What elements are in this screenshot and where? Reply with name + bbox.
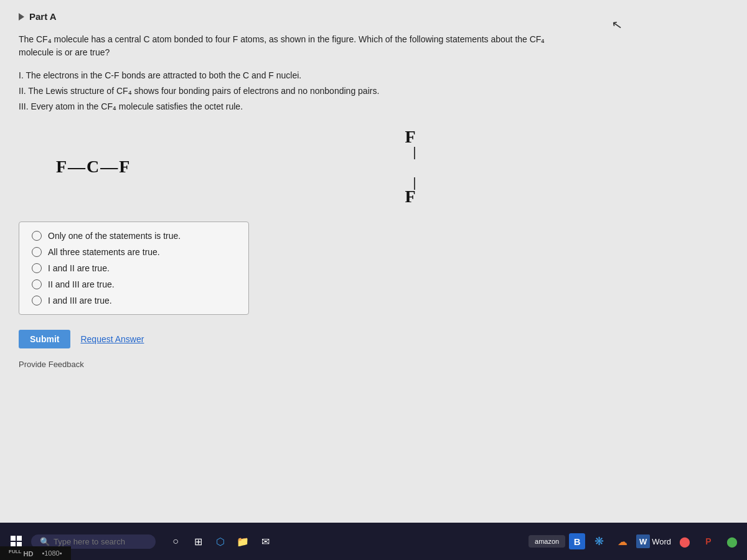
resolution-badges: FULL HD •1080• — [0, 546, 71, 560]
taskbar-folder-icon[interactable]: 📁 — [233, 531, 253, 551]
answer-options-box: Only one of the statements is true. All … — [19, 222, 249, 315]
onedrive-icon[interactable]: ☁ — [613, 531, 632, 551]
mol-top-bond: | — [102, 146, 728, 157]
option-i-and-ii[interactable]: I and II are true. — [32, 263, 236, 273]
question-text: The CF₄ molecule has a central C atom bo… — [19, 33, 579, 59]
resolution-label: 1080 — [44, 549, 59, 557]
dropbox-icon[interactable]: ❋ — [589, 531, 609, 551]
amazon-icon: amazon — [535, 538, 559, 545]
windows-icon — [11, 536, 22, 547]
option-ii-and-iii-label: II and III are true. — [48, 279, 115, 289]
main-content: ↖ Part A The CF₄ molecule has a central … — [0, 0, 747, 523]
button-row: Submit Request Answer — [19, 330, 728, 348]
radio-ii-and-iii[interactable] — [32, 279, 42, 289]
molecule-diagram: F | F—C—F | F — [56, 128, 728, 207]
taskbar-mail-icon[interactable]: ✉ — [255, 531, 275, 551]
radio-i-and-ii[interactable] — [32, 263, 42, 273]
mol-bottom-bond: | — [102, 177, 728, 188]
provide-feedback-link[interactable]: Provide Feedback — [19, 360, 728, 369]
option-only-one[interactable]: Only one of the statements is true. — [32, 231, 236, 241]
submit-button[interactable]: Submit — [19, 330, 70, 348]
taskbar-right-area: amazon B ❋ ☁ W Word ⬤ P ⬤ — [529, 531, 742, 551]
provide-feedback-label: Provide Feedback — [19, 360, 84, 369]
word-w-icon: W — [636, 534, 650, 548]
option-i-and-iii-label: I and III are true. — [48, 296, 112, 306]
radio-all-three[interactable] — [32, 247, 42, 257]
request-answer-button[interactable]: Request Answer — [80, 334, 144, 344]
part-header: Part A — [19, 11, 728, 22]
mol-top-f: F — [93, 128, 728, 147]
taskbar-edge-icon[interactable]: ⬡ — [210, 531, 230, 551]
taskbar-center-icons: ○ ⊞ ⬡ 📁 ✉ — [166, 531, 275, 551]
option-all-three[interactable]: All three statements are true. — [32, 247, 236, 257]
statement-1: I. The electrons in the C-F bonds are at… — [19, 68, 486, 83]
option-i-and-iii[interactable]: I and III are true. — [32, 296, 236, 306]
radio-i-and-iii[interactable] — [32, 296, 42, 306]
recording-icon[interactable]: ⬤ — [675, 531, 695, 551]
option-i-and-ii-label: I and II are true. — [48, 263, 110, 273]
mol-middle-row: F—C—F — [56, 157, 728, 177]
option-only-one-label: Only one of the statements is true. — [48, 231, 181, 241]
taskbar: 🔍 ○ ⊞ ⬡ 📁 ✉ amazon B ❋ ☁ W Word ⬤ P ⬤ — [0, 523, 747, 560]
part-title: Part A — [29, 11, 57, 22]
word-app[interactable]: W Word — [636, 534, 671, 548]
option-ii-and-iii[interactable]: II and III are true. — [32, 279, 236, 289]
word-label: Word — [652, 537, 671, 546]
mol-bottom-f: F — [93, 187, 728, 207]
resolution-badge: •1080• — [38, 548, 65, 558]
taskbar-windows-icon[interactable]: ⊞ — [188, 531, 208, 551]
hd-label: HD — [24, 550, 34, 558]
statement-2: II. The Lewis structure of CF₄ shows fou… — [19, 83, 486, 99]
taskbar-circle-icon[interactable]: ○ — [166, 531, 186, 551]
chrome-icon[interactable]: ⬤ — [722, 531, 742, 551]
statement-3: III. Every atom in the CF₄ molecule sati… — [19, 99, 486, 114]
b-app-icon[interactable]: B — [569, 533, 585, 549]
search-icon: 🔍 — [40, 537, 50, 546]
radio-only-one[interactable] — [32, 231, 42, 241]
powerpoint-icon[interactable]: P — [698, 531, 718, 551]
question-body: The CF₄ molecule has a central C atom bo… — [19, 34, 545, 57]
search-input[interactable] — [54, 537, 141, 546]
statements-list: I. The electrons in the C-F bonds are at… — [19, 68, 486, 115]
hd-badge: FULL HD — [5, 548, 37, 559]
collapse-icon[interactable] — [19, 13, 24, 21]
amazon-app[interactable]: amazon — [529, 535, 565, 548]
option-all-three-label: All three statements are true. — [48, 247, 160, 257]
